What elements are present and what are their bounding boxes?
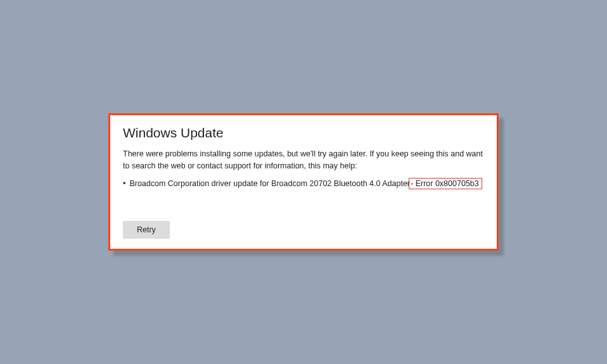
update-item-content: Broadcom Corporation driver update for B… bbox=[129, 178, 482, 189]
update-item-row: • Broadcom Corporation driver update for… bbox=[123, 178, 484, 189]
update-item-text: Broadcom Corporation driver update for B… bbox=[129, 179, 410, 188]
error-code-highlight: - Error 0x800705b3 bbox=[409, 178, 482, 189]
windows-update-dialog-wrapper: Windows Update There were problems insta… bbox=[108, 113, 499, 250]
windows-update-dialog: Windows Update There were problems insta… bbox=[108, 113, 499, 250]
retry-button[interactable]: Retry bbox=[123, 221, 170, 239]
dialog-description: There were problems installing some upda… bbox=[123, 148, 484, 171]
dialog-title: Windows Update bbox=[123, 125, 484, 141]
bullet-icon: • bbox=[123, 179, 125, 188]
